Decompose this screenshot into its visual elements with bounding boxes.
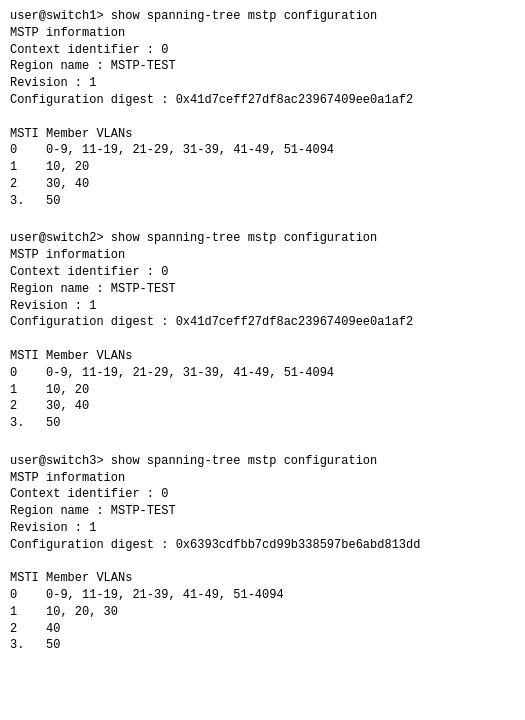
line-switch3-10: 3. 50 <box>10 637 515 654</box>
terminal-section-switch1: user@switch1> show spanning-tree mstp co… <box>10 8 515 210</box>
line-switch2-5 <box>10 331 515 348</box>
line-switch2-6: MSTI Member VLANs <box>10 348 515 365</box>
line-switch1-6: MSTI Member VLANs <box>10 126 515 143</box>
prompt-switch3: user@switch3> show spanning-tree mstp co… <box>10 453 515 470</box>
line-switch3-5 <box>10 554 515 571</box>
line-switch1-7: 0 0-9, 11-19, 21-29, 31-39, 41-49, 51-40… <box>10 142 515 159</box>
line-switch1-10: 3. 50 <box>10 193 515 210</box>
spacer-0 <box>10 214 515 231</box>
spacer-1 <box>10 436 515 453</box>
line-switch2-4: Configuration digest : 0x41d7ceff27df8ac… <box>10 314 515 331</box>
line-switch1-4: Configuration digest : 0x41d7ceff27df8ac… <box>10 92 515 109</box>
line-switch3-6: MSTI Member VLANs <box>10 570 515 587</box>
line-switch3-9: 2 40 <box>10 621 515 638</box>
line-switch3-2: Region name : MSTP-TEST <box>10 503 515 520</box>
prompt-switch1: user@switch1> show spanning-tree mstp co… <box>10 8 515 25</box>
line-switch3-4: Configuration digest : 0x6393cdfbb7cd99b… <box>10 537 515 554</box>
line-switch2-1: Context identifier : 0 <box>10 264 515 281</box>
line-switch2-0: MSTP information <box>10 247 515 264</box>
line-switch1-0: MSTP information <box>10 25 515 42</box>
terminal-section-switch3: user@switch3> show spanning-tree mstp co… <box>10 453 515 655</box>
line-switch2-7: 0 0-9, 11-19, 21-29, 31-39, 41-49, 51-40… <box>10 365 515 382</box>
line-switch1-3: Revision : 1 <box>10 75 515 92</box>
line-switch1-9: 2 30, 40 <box>10 176 515 193</box>
line-switch3-0: MSTP information <box>10 470 515 487</box>
line-switch3-8: 1 10, 20, 30 <box>10 604 515 621</box>
terminal-section-switch2: user@switch2> show spanning-tree mstp co… <box>10 230 515 432</box>
line-switch2-8: 1 10, 20 <box>10 382 515 399</box>
line-switch2-2: Region name : MSTP-TEST <box>10 281 515 298</box>
line-switch3-1: Context identifier : 0 <box>10 486 515 503</box>
line-switch3-3: Revision : 1 <box>10 520 515 537</box>
terminal-output: user@switch1> show spanning-tree mstp co… <box>10 8 515 654</box>
line-switch1-2: Region name : MSTP-TEST <box>10 58 515 75</box>
line-switch1-1: Context identifier : 0 <box>10 42 515 59</box>
line-switch2-10: 3. 50 <box>10 415 515 432</box>
line-switch2-3: Revision : 1 <box>10 298 515 315</box>
line-switch1-5 <box>10 109 515 126</box>
prompt-switch2: user@switch2> show spanning-tree mstp co… <box>10 230 515 247</box>
line-switch3-7: 0 0-9, 11-19, 21-39, 41-49, 51-4094 <box>10 587 515 604</box>
line-switch2-9: 2 30, 40 <box>10 398 515 415</box>
line-switch1-8: 1 10, 20 <box>10 159 515 176</box>
